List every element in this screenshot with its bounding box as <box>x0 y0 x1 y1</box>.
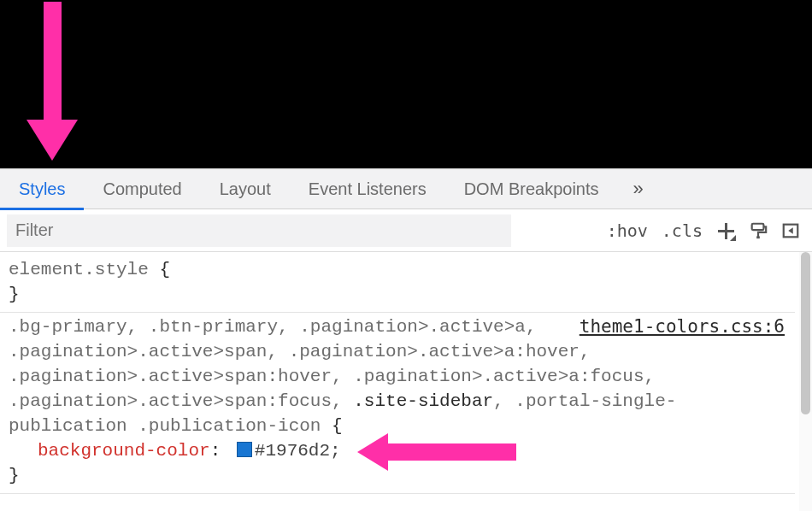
filter-input[interactable] <box>7 214 511 247</box>
brace-open: { <box>159 260 170 279</box>
tab-dom-breakpoints[interactable]: DOM Breakpoints <box>445 169 618 209</box>
new-style-rule-button[interactable] <box>709 214 742 247</box>
tab-computed[interactable]: Computed <box>84 169 200 209</box>
brace-close: } <box>9 285 20 304</box>
property-value: #1976d2 <box>255 441 330 461</box>
css-rule[interactable]: theme1-colors.css:6 .bg-primary, .btn-pr… <box>0 313 795 494</box>
annotation-arrow-right <box>357 433 516 471</box>
styles-rules-list: element.style { } theme1-colors.css:6 .b… <box>0 252 795 494</box>
selector-text: element.style <box>9 260 149 279</box>
scrollbar[interactable] <box>799 252 812 511</box>
property-name: background-color <box>38 441 210 461</box>
paint-icon <box>749 220 768 241</box>
brace-close: } <box>9 466 20 485</box>
computed-toggle-icon[interactable] <box>774 214 807 247</box>
device-toolbar-icon[interactable] <box>742 214 774 247</box>
tab-overflow[interactable]: » <box>618 169 660 209</box>
source-link[interactable]: theme1-colors.css:6 <box>580 314 785 339</box>
svg-rect-0 <box>752 223 764 229</box>
svg-rect-1 <box>756 236 760 238</box>
cls-toggle[interactable]: .cls <box>655 214 709 247</box>
tab-styles[interactable]: Styles <box>0 169 84 209</box>
tab-event-listeners[interactable]: Event Listeners <box>290 169 445 209</box>
scrollbar-thumb[interactable] <box>801 252 810 414</box>
panel-icon <box>781 220 800 241</box>
plus-icon <box>717 222 734 239</box>
color-swatch[interactable] <box>237 442 252 457</box>
selector-group: .bg-primary, .btn-primary, .pagination>.… <box>9 317 676 436</box>
styles-toolbar: :hov .cls <box>0 209 812 252</box>
tab-layout[interactable]: Layout <box>201 169 290 209</box>
devtools-styles-pane: Styles Computed Layout Event Listeners D… <box>0 168 812 511</box>
devtools-tabbar: Styles Computed Layout Event Listeners D… <box>0 169 812 209</box>
annotation-backdrop <box>0 0 812 168</box>
element-style-rule[interactable]: element.style { } <box>0 256 795 313</box>
hov-toggle[interactable]: :hov <box>600 214 655 247</box>
